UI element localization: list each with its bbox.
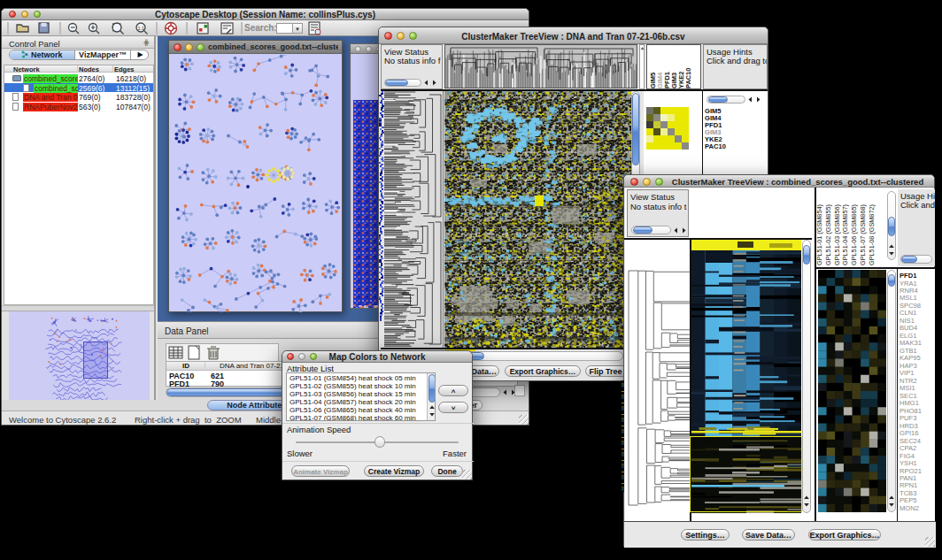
svg-text:GPL51-06 (GSM865): GPL51-06 (GSM865) [850,204,858,265]
svg-text:GPL51-02 (GSM855): GPL51-02 (GSM855) [824,204,832,265]
svg-text:GPL51-01 (GSM854): GPL51-01 (GSM854) [816,204,823,265]
svg-text:1:1: 1:1 [138,26,145,31]
svg-text:GPL51-08 (GSM872): GPL51-08 (GSM872) [868,204,876,265]
svg-text:Search:: Search: [244,23,277,33]
svg-text:GPL51-04 (GSM857): GPL51-04 (GSM857) [841,204,849,265]
svg-text:PAC10: PAC10 [684,68,692,88]
svg-text:GPL51-03 (GSM856): GPL51-03 (GSM856) [833,204,841,265]
svg-text:GPL51-07 (GSM868): GPL51-07 (GSM868) [859,204,867,265]
